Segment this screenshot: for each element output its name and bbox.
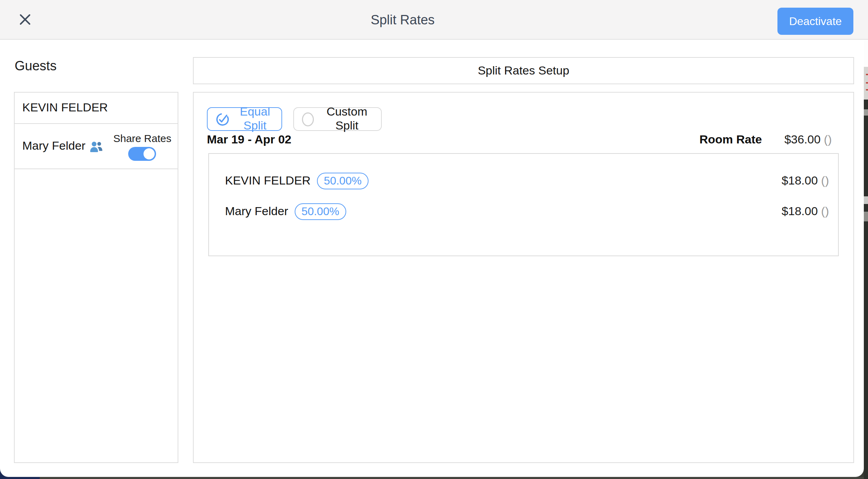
guest-row-linked[interactable]: Mary Felder Share Rates bbox=[15, 124, 178, 169]
background-fragment bbox=[864, 109, 868, 116]
share-rates-control: Share Rates bbox=[113, 132, 171, 160]
split-amount-value: $18.00 bbox=[782, 174, 818, 187]
linked-guest-name: Mary Felder bbox=[22, 139, 85, 153]
split-row-mary: Mary Felder 50.00% $18.00 () bbox=[225, 196, 829, 227]
setup-header: Split Rates Setup bbox=[193, 57, 854, 84]
modal-body: Guests KEVIN FELDER Mary Felder bbox=[0, 40, 864, 477]
equal-split-button[interactable]: Equal Split bbox=[207, 107, 282, 131]
shared-guests-icon bbox=[89, 140, 103, 152]
equal-split-label: Equal Split bbox=[236, 105, 274, 133]
close-icon[interactable] bbox=[15, 10, 35, 29]
split-amount-suffix: () bbox=[821, 174, 829, 187]
background-page-sliver-right bbox=[864, 40, 868, 479]
custom-split-label: Custom Split bbox=[320, 105, 373, 133]
guests-heading: Guests bbox=[15, 58, 56, 74]
check-circle-icon bbox=[215, 112, 230, 126]
modal-topbar: Split Rates Deactivate bbox=[0, 0, 868, 40]
modal-title: Split Rates bbox=[371, 0, 435, 40]
room-rate-amount: $36.00 bbox=[784, 133, 821, 146]
background-fragment bbox=[866, 74, 868, 75]
split-guest-name: Mary Felder bbox=[225, 205, 288, 219]
guest-row-primary[interactable]: KEVIN FELDER bbox=[15, 93, 178, 124]
deactivate-button[interactable]: Deactivate bbox=[777, 8, 853, 35]
room-rate-suffix: () bbox=[824, 133, 832, 146]
share-rates-toggle[interactable] bbox=[129, 147, 156, 160]
room-rate-label: Room Rate bbox=[699, 133, 762, 147]
background-fragment bbox=[864, 40, 868, 67]
split-amount: $18.00 () bbox=[782, 205, 829, 219]
split-percent-pill[interactable]: 50.00% bbox=[294, 203, 346, 220]
split-amount-suffix: () bbox=[821, 205, 829, 218]
split-amount-value: $18.00 bbox=[782, 205, 818, 218]
radio-circle-icon bbox=[302, 112, 314, 126]
split-percent-pill[interactable]: 50.00% bbox=[317, 173, 369, 189]
toggle-knob bbox=[144, 148, 155, 159]
guest-splits-box: KEVIN FELDER 50.00% $18.00 () Mary Felde… bbox=[208, 153, 839, 256]
split-rates-modal: Guests KEVIN FELDER Mary Felder bbox=[0, 0, 868, 479]
custom-split-button[interactable]: Custom Split bbox=[293, 107, 382, 131]
background-fragment bbox=[866, 89, 868, 91]
share-rates-label: Share Rates bbox=[113, 132, 171, 144]
split-row-kevin: KEVIN FELDER 50.00% $18.00 () bbox=[225, 166, 829, 196]
split-amount: $18.00 () bbox=[782, 174, 829, 188]
background-fragment bbox=[866, 82, 868, 84]
date-range: Mar 19 - Apr 02 bbox=[207, 133, 292, 147]
guests-list: KEVIN FELDER Mary Felder bbox=[14, 92, 178, 463]
split-guest-name: KEVIN FELDER bbox=[225, 174, 311, 188]
setup-panel: Equal Split Custom Split Mar 19 - Apr 02… bbox=[193, 92, 854, 463]
primary-guest-name: KEVIN FELDER bbox=[22, 101, 108, 115]
background-fragment bbox=[864, 212, 868, 221]
background-fragment bbox=[864, 196, 868, 204]
room-rate-value: $36.00 () bbox=[784, 133, 832, 147]
setup-title: Split Rates Setup bbox=[478, 64, 569, 78]
background-page-sliver-bottom bbox=[40, 477, 868, 479]
